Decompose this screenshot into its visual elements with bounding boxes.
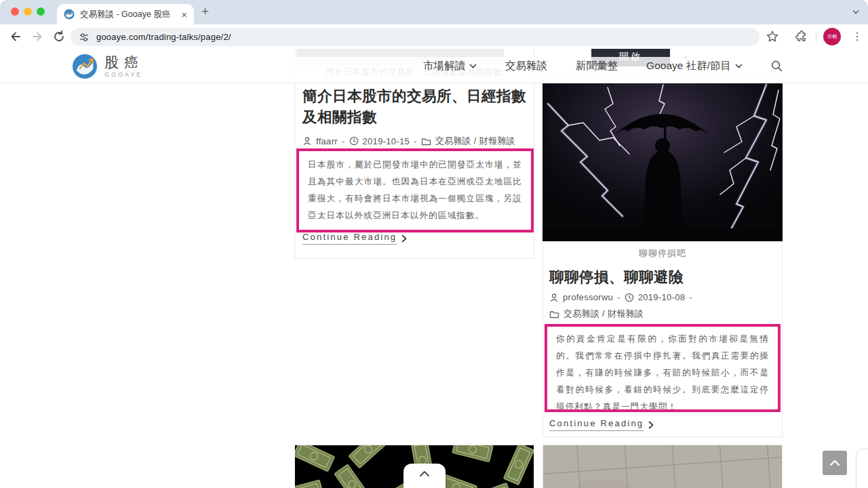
nav-market-analysis[interactable]: 市場解讀	[423, 59, 477, 73]
clock-icon	[349, 136, 359, 146]
nav-label: 市場解讀	[423, 59, 465, 73]
tab-bar: 交易雜談 - Gooaye 股癌 × +	[0, 0, 868, 24]
url-text[interactable]: gooaye.com/trading-talks/page/2/	[96, 32, 231, 42]
continue-reading-label[interactable]: Continue Reading	[302, 232, 397, 245]
site-subtitle: GOOAYE	[104, 71, 144, 78]
post-2-categories[interactable]: 交易雜談 / 財報雜談	[564, 308, 644, 320]
browser-toolbar: gooaye.com/trading-talks/page/2/ 示範 ⋮	[0, 24, 868, 49]
nav-label: Gooaye 社群/節目	[646, 59, 731, 73]
window-close-button[interactable]	[11, 7, 19, 16]
post-2-date: 2019-10-08	[638, 292, 686, 302]
avatar-label: 示範	[827, 33, 837, 40]
reload-button[interactable]	[52, 29, 66, 44]
gooaye-logo-icon	[72, 54, 98, 79]
post-2-title[interactable]: 聊聊停損、聊聊避險	[549, 267, 777, 288]
author-icon	[549, 293, 559, 302]
site-favicon	[64, 9, 75, 20]
post-1-excerpt: 日本股市，屬於已開發市場中的已開發亞太市場，並且為其中最大市場。也因為日本在亞洲…	[308, 160, 522, 220]
browser-menu-icon[interactable]: ⋮	[852, 30, 863, 43]
toolbar-separator	[816, 31, 816, 42]
tab-title: 交易雜談 - Gooaye 股癌	[80, 9, 177, 20]
post-1-categories[interactable]: 交易雜談 / 財報雜談	[435, 135, 515, 147]
post-1-meta: ffaarr - 2019-10-15 - 交易雜談 / 財報雜談	[302, 135, 515, 147]
window-minimize-button[interactable]	[24, 7, 32, 16]
main-navigation: 市場解讀 交易雜談 新聞彙整 Gooaye 社群/節目	[423, 49, 783, 83]
meta-separator: -	[342, 136, 345, 146]
forward-button[interactable]	[30, 29, 45, 44]
new-tab-button[interactable]: +	[201, 5, 209, 18]
chevron-down-icon	[469, 64, 477, 69]
tab-close-icon[interactable]: ×	[181, 9, 187, 20]
post-2-image-caption: 聊聊停損吧	[542, 247, 783, 260]
meta-separator: -	[689, 292, 692, 302]
post-1-title[interactable]: 簡介日本股市的交易所、日經指數及相關指數	[302, 86, 530, 128]
url-bar[interactable]: gooaye.com/trading-talks/page/2/	[71, 28, 760, 46]
meta-separator: -	[617, 292, 620, 302]
site-title: 股癌	[104, 55, 144, 70]
post-1-date: 2019-10-15	[363, 136, 410, 146]
tab-search-chevron-icon[interactable]	[852, 8, 860, 16]
nav-news-roundup[interactable]: 新聞彙整	[576, 59, 618, 73]
browser-window: 交易雜談 - Gooaye 股癌 × + gooaye.com/trading-…	[0, 0, 868, 488]
post-2-meta-line2: 交易雜談 / 財報雜談	[549, 308, 644, 320]
site-settings-icon[interactable]	[79, 32, 90, 43]
site-logo[interactable]: 股癌 GOOAYE	[72, 54, 144, 79]
post-2-excerpt: 你的資金肯定是有限的，你面對的市場卻是無情的。我們常常在停損中掙扎著。我們真正需…	[556, 334, 769, 411]
nav-label: 新聞彙整	[576, 59, 618, 73]
post-1-excerpt-highlight: 日本股市，屬於已開發市場中的已開發亞太市場，並且為其中最大市場。也因為日本在亞洲…	[296, 148, 534, 232]
continue-reading-label[interactable]: Continue Reading	[549, 418, 644, 431]
post-2-continue-reading[interactable]: Continue Reading	[549, 418, 654, 431]
post-2-meta-line1: professorwu - 2019-10-08 -	[549, 292, 692, 302]
chevron-up-icon	[829, 460, 840, 466]
scroll-top-button[interactable]	[823, 451, 847, 475]
category-folder-icon	[421, 137, 431, 146]
search-icon[interactable]	[771, 60, 783, 72]
window-zoom-button[interactable]	[37, 7, 45, 16]
back-button[interactable]	[8, 29, 23, 44]
page-viewport: 簡介日本股市的交易所、日經指數及相關指數 開啟 → 簡介日本股市的交易所、日經指…	[0, 49, 868, 488]
chevron-right-icon	[648, 421, 654, 429]
post-2-excerpt-highlight: 你的資金肯定是有限的，你面對的市場卻是無情的。我們常常在停損中掙扎著。我們真正需…	[545, 324, 781, 412]
post-4-thumbnail[interactable]	[543, 445, 782, 488]
author-icon	[302, 136, 312, 146]
browser-tab[interactable]: 交易雜談 - Gooaye 股癌 ×	[57, 4, 194, 24]
profile-avatar[interactable]: 示範	[823, 28, 841, 45]
scroll-top-button-center[interactable]	[403, 464, 446, 488]
meta-separator: -	[414, 136, 417, 146]
post-2-thumbnail[interactable]	[542, 83, 783, 241]
extensions-icon[interactable]	[793, 29, 808, 44]
post-2-author[interactable]: professorwu	[563, 292, 613, 302]
chevron-down-icon	[735, 64, 743, 69]
post-1-continue-reading[interactable]: Continue Reading	[302, 232, 407, 245]
chevron-right-icon	[401, 235, 407, 243]
scrollbar-track[interactable]	[856, 449, 868, 488]
category-folder-icon	[549, 310, 559, 319]
nav-trading-talks[interactable]: 交易雜談	[505, 59, 547, 73]
post-1-author[interactable]: ffaarr	[316, 136, 338, 146]
nav-label: 交易雜談	[505, 59, 547, 73]
bookmark-star-icon[interactable]	[765, 29, 780, 44]
clock-icon	[625, 293, 634, 302]
chevron-up-icon	[419, 470, 430, 477]
nav-community-shows[interactable]: Gooaye 社群/節目	[646, 59, 743, 73]
site-header: 股癌 GOOAYE 市場解讀 交易雜談 新聞彙整 Gooa	[0, 49, 868, 83]
